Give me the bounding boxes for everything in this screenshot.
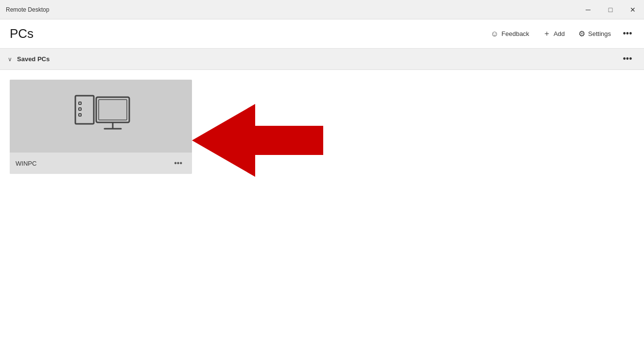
- section-more-icon: •••: [623, 54, 632, 64]
- pc-card-winpc[interactable]: WINPC •••: [10, 80, 192, 174]
- close-button[interactable]: ✕: [622, 0, 644, 19]
- pc-name: WINPC: [16, 160, 36, 167]
- svg-rect-0: [75, 96, 94, 124]
- title-bar-left: Remote Desktop: [6, 6, 49, 13]
- pc-more-button[interactable]: •••: [170, 157, 186, 170]
- section-title: Saved PCs: [17, 55, 50, 63]
- svg-rect-3: [79, 114, 81, 116]
- svg-rect-1: [79, 102, 81, 104]
- feedback-button[interactable]: ☺ Feedback: [485, 27, 535, 41]
- section-more-button[interactable]: •••: [619, 51, 636, 68]
- minimize-button[interactable]: ─: [577, 0, 599, 19]
- chevron-down-icon[interactable]: ∨: [8, 56, 12, 63]
- section-header: ∨ Saved PCs •••: [0, 49, 644, 70]
- svg-rect-5: [99, 100, 127, 120]
- add-icon: ＋: [543, 29, 551, 39]
- pc-card-thumbnail: [10, 80, 192, 153]
- app-title: Remote Desktop: [6, 6, 49, 13]
- settings-label: Settings: [588, 30, 611, 37]
- feedback-label: Feedback: [502, 30, 529, 37]
- title-bar: Remote Desktop ─ □ ✕: [0, 0, 644, 19]
- header-more-icon: •••: [623, 29, 632, 39]
- pc-card-footer: WINPC •••: [10, 153, 192, 174]
- title-bar-controls: ─ □ ✕: [577, 0, 644, 19]
- arrow-annotation: [192, 99, 323, 182]
- maximize-button[interactable]: □: [599, 0, 622, 19]
- feedback-icon: ☺: [490, 30, 498, 38]
- main-content: WINPC •••: [0, 70, 644, 358]
- svg-rect-2: [79, 108, 81, 110]
- add-button[interactable]: ＋ Add: [537, 26, 571, 42]
- page-title: PCs: [10, 26, 34, 41]
- header-actions: ☺ Feedback ＋ Add ⚙ Settings •••: [485, 25, 636, 43]
- header-bar: PCs ☺ Feedback ＋ Add ⚙ Settings •••: [0, 19, 644, 49]
- pc-icon: [70, 88, 133, 144]
- settings-button[interactable]: ⚙ Settings: [573, 26, 617, 41]
- add-label: Add: [554, 30, 565, 37]
- settings-icon: ⚙: [578, 29, 585, 38]
- svg-marker-8: [192, 104, 323, 177]
- section-header-left: ∨ Saved PCs: [8, 55, 50, 63]
- header-more-button[interactable]: •••: [619, 25, 636, 43]
